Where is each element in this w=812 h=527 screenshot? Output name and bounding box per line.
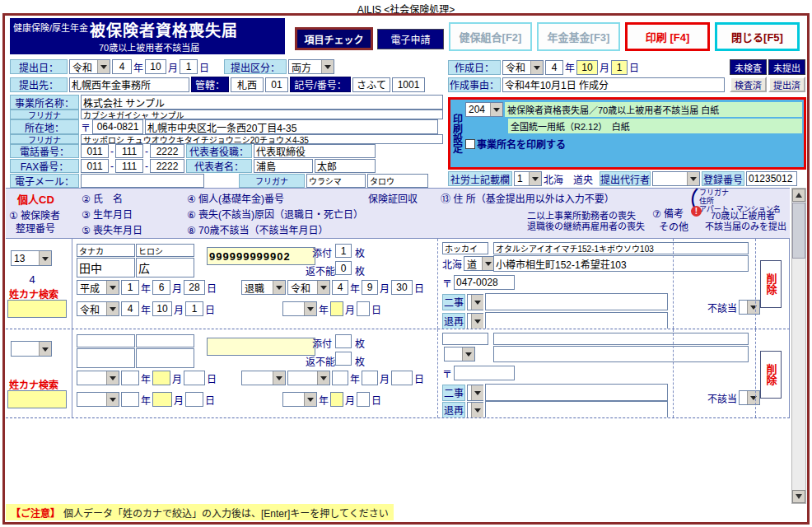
unreturnable-count-input[interactable] <box>335 352 352 366</box>
kenpo-kumiai-f2-button[interactable]: 健保組合[F2] <box>449 22 532 51</box>
creation-day-input[interactable]: 1 <box>611 60 628 75</box>
loss-day-input[interactable] <box>185 392 203 407</box>
item-check-button[interactable]: 項目チェック <box>295 27 373 50</box>
loss-reason-era-dropdown[interactable]: 令和 <box>287 280 330 295</box>
personal-cd-dropdown[interactable]: 13 <box>11 250 52 266</box>
unreturnable-count-input[interactable]: 0 <box>335 261 352 275</box>
creation-reason-input[interactable]: 令和4年10月1日 作成分 <box>502 77 725 92</box>
print-office-name-checkbox[interactable] <box>465 139 475 149</box>
sei-input[interactable]: 田中 <box>77 258 135 277</box>
birth-year-input[interactable]: 1 <box>121 280 139 295</box>
loss-month-input[interactable]: 10 <box>152 301 172 316</box>
attach-count-input[interactable]: 1 <box>335 244 352 258</box>
address-kana-input[interactable]: オタルシアイオイマチ152-1キボウソウ103 <box>493 242 749 254</box>
loss-era-dropdown[interactable]: 令和 <box>77 301 119 316</box>
loss-reason-year-input[interactable] <box>332 371 348 385</box>
rehire-dropdown[interactable] <box>467 313 483 329</box>
pref-dropdown[interactable] <box>444 347 475 361</box>
address-input[interactable] <box>493 346 749 362</box>
loss-month-input[interactable] <box>152 392 172 407</box>
not70-month-input[interactable] <box>330 392 343 407</box>
pref-dropdown[interactable]: 道 <box>464 256 495 271</box>
tel3-input[interactable]: 2222 <box>150 144 184 158</box>
not70-era-dropdown[interactable] <box>282 392 317 407</box>
rep-mei-input[interactable]: 太郎 <box>315 159 376 173</box>
multi-office-input[interactable] <box>485 384 668 401</box>
rehire-input[interactable] <box>485 312 668 329</box>
multi-office-input[interactable] <box>485 293 668 310</box>
address-kana-input[interactable] <box>493 333 749 345</box>
birth-year-input[interactable] <box>121 371 139 385</box>
loss-era-dropdown[interactable] <box>77 392 119 407</box>
email-input[interactable] <box>81 174 204 188</box>
mei-kana-input[interactable]: ヒロシ <box>136 244 194 257</box>
submit-day-input[interactable]: 1 <box>180 59 198 74</box>
rehire-dropdown[interactable] <box>467 402 483 418</box>
not-applicable-dropdown[interactable] <box>739 390 760 405</box>
rep-title-input[interactable]: 代表取締役 <box>254 144 376 158</box>
birth-day-input[interactable]: 28 <box>184 280 205 295</box>
address-input[interactable]: 小樽市相生町152-1希望荘103 <box>493 255 749 272</box>
jurisdiction-code-input[interactable]: 01 <box>265 77 288 92</box>
multi-office-dropdown[interactable] <box>467 385 483 401</box>
close-f5-button[interactable]: 閉じる[F5] <box>715 22 800 51</box>
pref-kana-input[interactable] <box>442 333 488 345</box>
unsubmitted-button[interactable]: 未提出 <box>768 59 805 75</box>
sharoshi-dropdown[interactable]: 1 <box>514 171 542 186</box>
pension-number-input[interactable] <box>207 338 315 356</box>
number-input[interactable]: 1001 <box>392 77 425 92</box>
fax2-input[interactable]: 111 <box>115 159 143 173</box>
office-name-input[interactable]: 株式会社 サンプル <box>81 95 443 110</box>
loss-reason-dropdown[interactable]: 退職 <box>241 280 286 295</box>
loss-reason-day-input[interactable]: 30 <box>391 280 413 295</box>
inspected-button[interactable]: 検査済 <box>730 77 767 92</box>
loss-reason-year-input[interactable]: 4 <box>332 280 348 295</box>
birth-era-dropdown[interactable]: 平成 <box>77 280 119 295</box>
multi-office-dropdown[interactable] <box>467 294 483 310</box>
pension-number-input[interactable]: 999999999902 <box>207 247 315 265</box>
submitted-button[interactable]: 提出済 <box>768 77 805 92</box>
not70-day-input[interactable] <box>357 301 370 316</box>
not-applicable-dropdown[interactable] <box>739 300 760 315</box>
attach-count-input[interactable] <box>335 334 352 348</box>
rep-mei-kana-input[interactable]: タロウ <box>367 174 428 188</box>
symbol-input[interactable]: さふて <box>352 77 390 92</box>
not70-month-input[interactable] <box>330 301 343 316</box>
kana-search-input[interactable] <box>7 300 67 318</box>
pref-kana-input[interactable]: ホッカイ <box>442 242 488 254</box>
loss-year-input[interactable] <box>121 392 139 407</box>
delete-row-button[interactable]: 削除 <box>760 260 782 308</box>
fax1-input[interactable]: 011 <box>81 159 109 173</box>
agent-dropdown[interactable] <box>652 171 700 186</box>
fax3-input[interactable]: 2222 <box>150 159 184 173</box>
delete-row-button[interactable]: 削除 <box>760 351 782 399</box>
loss-reason-month-input[interactable]: 9 <box>362 280 378 295</box>
scroll-down-icon[interactable] <box>792 490 805 503</box>
loss-reason-era-dropdown[interactable] <box>287 371 330 385</box>
scroll-up-icon[interactable] <box>792 189 805 202</box>
office-name-kana-input[interactable]: カブシキガイシャ サンプル <box>81 110 443 119</box>
rep-sei-input[interactable]: 浦島 <box>254 159 313 173</box>
mei-input[interactable]: 広 <box>136 258 194 277</box>
jurisdiction-name-input[interactable]: 札西 <box>231 77 264 92</box>
mei-input[interactable] <box>136 348 194 368</box>
scrollbar-thumb[interactable] <box>792 203 805 259</box>
office-postal-input[interactable]: 064-0821 <box>92 119 143 134</box>
sei-kana-input[interactable] <box>77 334 135 347</box>
loss-day-input[interactable]: 1 <box>185 301 203 316</box>
submit-dest-input[interactable]: 札幌西年金事務所 <box>69 77 189 92</box>
loss-reason-dropdown[interactable] <box>241 371 286 385</box>
nenkin-kikin-f3-button[interactable]: 年金基金[F3] <box>537 22 620 51</box>
not70-era-dropdown[interactable] <box>282 301 317 316</box>
submit-era-dropdown[interactable]: 令和 <box>69 59 110 74</box>
print-f4-button[interactable]: 印刷 [F4] <box>625 22 710 51</box>
postal-input[interactable] <box>454 366 515 380</box>
mei-kana-input[interactable] <box>136 334 194 347</box>
rep-sei-kana-input[interactable]: ウラシマ <box>306 174 366 188</box>
not70-day-input[interactable] <box>357 392 370 407</box>
loss-year-input[interactable]: 4 <box>121 301 139 316</box>
office-address-kana-input[interactable]: サッポロシ チュウオウクキタイチジョウニシ20チョウメ4-35 <box>81 134 443 144</box>
registration-number-input[interactable]: 01235012 <box>746 171 797 186</box>
e-apply-button[interactable]: 電子申請 <box>377 29 444 49</box>
creation-year-input[interactable]: 4 <box>545 60 563 75</box>
